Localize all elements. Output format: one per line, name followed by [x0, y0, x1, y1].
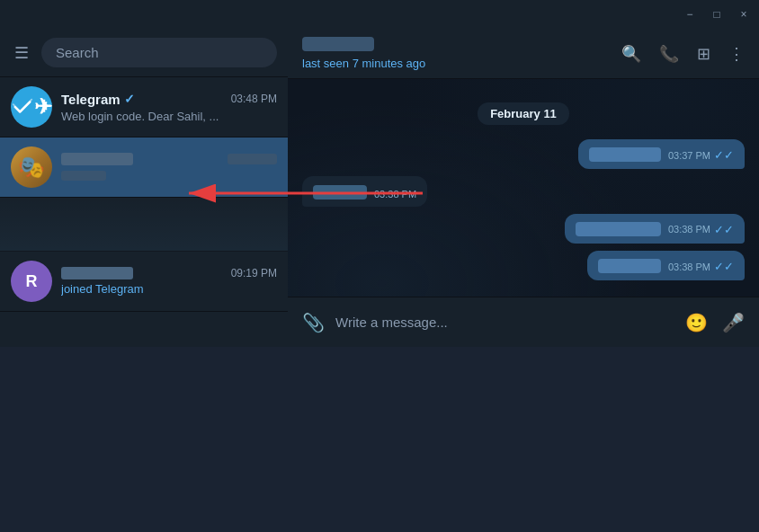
message-text-1 — [589, 147, 661, 162]
read-check-1: ✓✓ — [714, 148, 734, 162]
search-input[interactable] — [41, 38, 277, 67]
joined-text: joined Telegram — [61, 282, 144, 296]
message-bubble-4: 03:38 PM ✓✓ — [587, 251, 745, 280]
message-content-3 — [576, 221, 661, 236]
message-content-1 — [589, 146, 661, 162]
chat-name-telegram: Telegram ✓ — [61, 92, 135, 107]
minimize-button[interactable]: − — [682, 8, 698, 21]
message-bubble-1: 03:37 PM ✓✓ — [578, 139, 745, 169]
maximize-button[interactable]: □ — [709, 8, 725, 21]
chat-info-jasmine — [61, 153, 277, 182]
chat-preview-r: joined Telegram — [61, 282, 277, 296]
chat-info-telegram: Telegram ✓ 03:48 PM Web login code. Dear… — [61, 92, 277, 123]
chat-name-row-r: 09:19 PM — [61, 267, 277, 279]
message-row-4: 03:38 PM ✓✓ — [302, 251, 745, 280]
message-row-1: 03:37 PM ✓✓ — [302, 139, 745, 169]
blurred-preview-jasmine — [61, 171, 106, 181]
close-button[interactable]: × — [736, 8, 752, 21]
chat-name-row-jasmine — [61, 153, 277, 165]
chat-time-jasmine — [228, 154, 277, 164]
message-text-4 — [598, 259, 661, 273]
message-text-3 — [576, 222, 661, 236]
message-time-2: 03:38 PM — [374, 189, 416, 200]
read-check-4: ✓✓ — [714, 260, 734, 273]
titlebar: − □ × — [0, 0, 759, 29]
chat-item-r[interactable]: R 09:19 PM joined Telegram — [0, 252, 288, 312]
chat-preview-jasmine — [61, 168, 277, 182]
chat-header-info: last seen 7 minutes ago — [302, 37, 611, 70]
message-row-2: 03:38 PM — [302, 176, 745, 206]
message-bubble-2: 03:38 PM — [302, 176, 427, 206]
chat-panel: last seen 7 minutes ago 🔍 📞 ⊞ ⋮ February… — [288, 29, 759, 347]
emoji-icon[interactable]: 🙂 — [685, 312, 708, 333]
message-content-2 — [313, 183, 367, 199]
avatar-jasmine: 🎭 — [11, 146, 52, 188]
message-time-3: 03:38 PM — [668, 224, 710, 235]
search-icon[interactable]: 🔍 — [621, 44, 641, 64]
message-bubble-3: 03:38 PM ✓✓ — [565, 214, 745, 244]
chat-name-jasmine — [61, 153, 133, 165]
input-icons: 🙂 🎤 — [685, 312, 745, 333]
read-check-3: ✓✓ — [714, 223, 734, 236]
main-layout: ☰ ✈ — [0, 29, 759, 347]
message-meta-3: 03:38 PM ✓✓ — [668, 223, 734, 236]
chat-item-telegram[interactable]: ✈ Telegram ✓ 03:48 PM Web login code. De… — [0, 77, 288, 137]
message-time-4: 03:38 PM — [668, 262, 710, 272]
chat-list: ✈ Telegram ✓ 03:48 PM Web login code. De… — [0, 77, 288, 347]
message-meta-2: 03:38 PM — [374, 189, 416, 200]
message-text-2 — [313, 185, 367, 200]
verified-badge: ✓ — [124, 92, 135, 106]
chat-item-jasmine[interactable]: 🎭 — [0, 137, 288, 198]
message-content-4 — [598, 258, 661, 273]
chat-preview-telegram: Web login code. Dear Sahil, ... — [61, 110, 277, 123]
chat-item-empty — [0, 198, 288, 252]
chat-name-r — [61, 267, 133, 279]
chat-header-status: last seen 7 minutes ago — [302, 57, 611, 70]
chat-header: last seen 7 minutes ago 🔍 📞 ⊞ ⋮ — [288, 29, 759, 79]
input-area: 📎 🙂 🎤 — [288, 297, 759, 347]
header-icons: 🔍 📞 ⊞ ⋮ — [621, 44, 745, 64]
avatar-telegram: ✈ — [11, 86, 52, 128]
chat-time-r: 09:19 PM — [231, 267, 277, 279]
phone-icon[interactable]: 📞 — [659, 44, 679, 64]
more-options-icon[interactable]: ⋮ — [728, 44, 745, 64]
message-meta-4: 03:38 PM ✓✓ — [668, 260, 734, 273]
blurred-name-jasmine — [61, 153, 133, 165]
blurred-name-r — [61, 267, 133, 279]
chat-name-row: Telegram ✓ 03:48 PM — [61, 92, 277, 107]
attach-icon[interactable]: 📎 — [302, 312, 325, 333]
message-time-1: 03:37 PM — [668, 150, 710, 161]
message-input[interactable] — [335, 315, 674, 330]
sidebar: ☰ ✈ — [0, 29, 288, 347]
sidebar-header: ☰ — [0, 29, 288, 77]
hamburger-icon[interactable]: ☰ — [11, 40, 32, 66]
mic-icon[interactable]: 🎤 — [722, 312, 745, 333]
message-row-3: 03:38 PM ✓✓ — [302, 214, 745, 244]
message-meta-1: 03:37 PM ✓✓ — [668, 148, 734, 162]
chat-time-telegram: 03:48 PM — [231, 93, 277, 105]
chat-info-r: 09:19 PM joined Telegram — [61, 267, 277, 296]
messages-area: February 11 03:37 PM ✓✓ — [288, 79, 759, 297]
date-badge: February 11 — [478, 102, 569, 125]
date-divider: February 11 — [302, 102, 745, 125]
avatar-r: R — [11, 261, 52, 302]
chat-header-name — [302, 37, 374, 51]
columns-icon[interactable]: ⊞ — [697, 44, 710, 64]
